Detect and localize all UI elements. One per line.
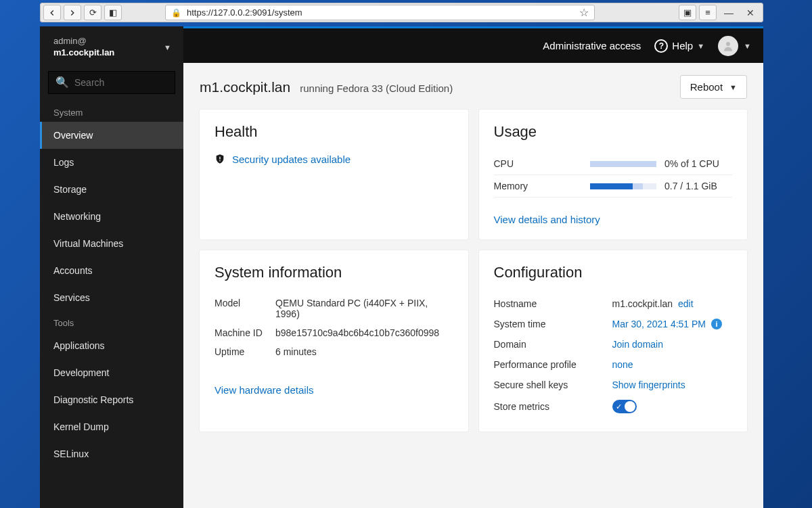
sysinfo-row: Uptime 6 minutes [215, 342, 453, 361]
shield-alert-icon [215, 153, 225, 165]
help-label: Help [672, 40, 693, 51]
usage-label: Memory [494, 181, 582, 191]
sidebar-item-logs[interactable]: Logs [40, 149, 183, 176]
config-key-perf: Performance profile [494, 359, 612, 370]
chevron-right-icon [68, 8, 77, 18]
reboot-label: Reboot [690, 81, 723, 93]
show-fingerprints-link[interactable]: Show fingerprints [612, 379, 685, 390]
page-title: m1.cockpit.lan [200, 79, 290, 95]
config-hostname-value: m1.cockpit.lan [612, 298, 673, 309]
search-input[interactable] [74, 77, 168, 88]
help-icon: ? [654, 39, 668, 53]
sysinfo-card: System information Model QEMU Standard P… [200, 250, 468, 432]
sysinfo-key: Uptime [215, 346, 275, 357]
chevron-down-icon: ▼ [744, 42, 751, 50]
sidebar-item-networking[interactable]: Networking [40, 203, 183, 230]
lock-warning-icon: 🔒 [171, 8, 181, 18]
browser-download-button[interactable]: ▣ [679, 5, 696, 20]
usage-title: Usage [494, 123, 733, 141]
sidebar-item-applications[interactable]: Applications [40, 332, 183, 359]
sidebar-search[interactable]: 🔍 [48, 71, 175, 94]
browser-menu-button[interactable]: ≡ [699, 5, 717, 20]
info-icon[interactable]: i [711, 319, 722, 329]
sidebar-item-vms[interactable]: Virtual Machines [40, 230, 183, 257]
svg-rect-1 [219, 157, 220, 160]
hardware-details-link[interactable]: View hardware details [215, 384, 313, 396]
sidebar-item-kernel-dump[interactable]: Kernel Dump [40, 413, 183, 440]
svg-rect-2 [219, 160, 220, 161]
usage-value: 0% of 1 CPU [664, 158, 732, 169]
sidebar-item-accounts[interactable]: Accounts [40, 257, 183, 284]
user-menu[interactable]: ▼ [718, 36, 751, 56]
page-subtitle: running Fedora 33 (Cloud Edition) [300, 83, 453, 94]
perf-profile-link[interactable]: none [612, 359, 633, 370]
usage-row-cpu: CPU 0% of 1 CPU [494, 153, 733, 175]
edit-hostname-link[interactable]: edit [678, 298, 694, 309]
config-key-ssh: Secure shell keys [494, 379, 612, 390]
administrative-access-link[interactable]: Administrative access [543, 40, 641, 51]
sidebar-item-development[interactable]: Development [40, 359, 183, 386]
browser-back-button[interactable] [43, 5, 61, 20]
sidebar-item-overview[interactable]: Overview [40, 122, 183, 149]
sysinfo-val: QEMU Standard PC (i440FX + PIIX, 1996) [275, 298, 453, 319]
browser-home-button[interactable]: ◧ [104, 5, 122, 20]
sysinfo-val: b98e15710c9a4bc6b4c10b7c360f0998 [275, 327, 453, 338]
star-icon[interactable]: ☆ [579, 6, 589, 19]
browser-reload-button[interactable]: ⟳ [84, 5, 102, 20]
page-header: m1.cockpit.lan running Fedora 33 (Cloud … [183, 63, 763, 104]
configuration-card: Configuration Hostname m1.cockpit.lan ed… [479, 250, 748, 432]
store-metrics-toggle[interactable]: ✓ [612, 400, 637, 413]
window-close-button[interactable]: ✕ [741, 5, 760, 20]
sidebar-item-selinux[interactable]: SELinux [40, 440, 183, 467]
reboot-button[interactable]: Reboot ▼ [680, 75, 747, 99]
help-menu[interactable]: ? Help ▼ [654, 39, 704, 53]
chevron-down-icon: ▼ [164, 43, 171, 51]
browser-forward-button[interactable] [64, 5, 81, 20]
system-time-link[interactable]: Mar 30, 2021 4:51 PM [612, 319, 706, 329]
host-selector-host: m1.cockpit.lan [53, 47, 114, 59]
sysinfo-key: Model [215, 298, 275, 319]
host-selector[interactable]: admin@ m1.cockpit.lan ▼ [40, 26, 183, 68]
app-frame: admin@ m1.cockpit.lan ▼ 🔍 System Overvie… [40, 26, 763, 508]
usage-row-memory: Memory 0.7 / 1.1 GiB [494, 175, 733, 198]
sysinfo-val: 6 minutes [275, 346, 453, 357]
sidebar: admin@ m1.cockpit.lan ▼ 🔍 System Overvie… [40, 26, 183, 508]
search-icon: 🔍 [55, 76, 69, 89]
usage-label: CPU [494, 158, 582, 169]
sidebar-item-storage[interactable]: Storage [40, 176, 183, 203]
config-key-hostname: Hostname [494, 298, 612, 309]
check-icon: ✓ [616, 402, 622, 411]
nav-section-system: System [40, 101, 183, 122]
cpu-bar [590, 161, 657, 167]
chevron-down-icon: ▼ [697, 42, 704, 50]
health-card: Health Security updates available [200, 110, 468, 239]
join-domain-link[interactable]: Join domain [612, 339, 664, 350]
sysinfo-row: Machine ID b98e15710c9a4bc6b4c10b7c360f0… [215, 323, 453, 342]
config-key-domain: Domain [494, 339, 612, 350]
usage-card: Usage CPU 0% of 1 CPU Memory 0.7 / 1. [479, 110, 748, 239]
security-updates-link[interactable]: Security updates available [232, 154, 351, 165]
chevron-down-icon: ▼ [729, 83, 737, 91]
topbar: Administrative access ? Help ▼ ▼ [183, 26, 763, 63]
chevron-left-icon [47, 8, 57, 18]
host-selector-user: admin@ [53, 36, 114, 47]
browser-chrome: ⟳ ◧ 🔒 https://127.0.0.2:9091/system ☆ ▣ … [40, 3, 763, 22]
usage-details-link[interactable]: View details and history [494, 214, 600, 225]
health-title: Health [215, 123, 453, 141]
avatar-icon [718, 36, 738, 56]
window-minimize-button[interactable]: — [719, 5, 738, 20]
memory-bar [590, 183, 657, 189]
sidebar-item-diagnostic[interactable]: Diagnostic Reports [40, 386, 183, 413]
sidebar-item-services[interactable]: Services [40, 284, 183, 311]
config-key-systime: System time [494, 319, 612, 329]
nav-section-tools: Tools [40, 311, 183, 332]
url-bar[interactable]: 🔒 https://127.0.0.2:9091/system ☆ [165, 5, 595, 20]
url-text: https://127.0.0.2:9091/system [187, 7, 574, 18]
config-title: Configuration [494, 264, 733, 281]
sysinfo-row: Model QEMU Standard PC (i440FX + PIIX, 1… [215, 294, 453, 323]
content: Administrative access ? Help ▼ ▼ m1.cock… [183, 26, 763, 508]
sysinfo-title: System information [215, 264, 453, 281]
usage-value: 0.7 / 1.1 GiB [664, 181, 732, 191]
svg-point-0 [726, 42, 730, 46]
config-key-store: Store metrics [494, 401, 612, 412]
